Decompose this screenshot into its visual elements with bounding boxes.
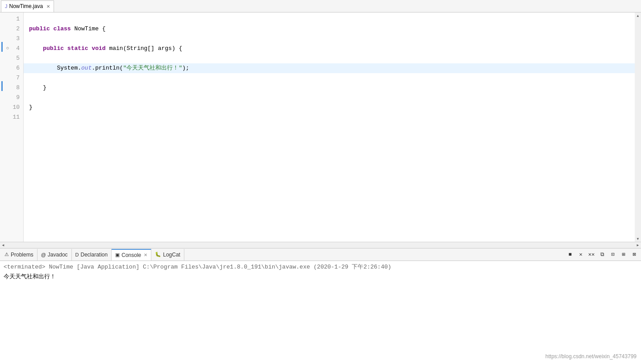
remove-all-button[interactable]: ✕✕	[587, 250, 596, 260]
scroll-left-arrow[interactable]: ◀	[0, 242, 6, 248]
line-number-9: 9	[4, 93, 23, 103]
declaration-tab-label: Declaration	[81, 252, 108, 258]
gutter-line-9	[0, 91, 4, 101]
javadoc-tab-label: Javadoc	[48, 252, 68, 258]
stop-button[interactable]: ■	[565, 250, 575, 260]
problems-tab-label: Problems	[11, 252, 33, 258]
console-tab-close[interactable]: ✕	[144, 252, 147, 257]
line-number-2: 2	[4, 24, 23, 34]
gutter-line-1	[0, 12, 4, 22]
gutter-line-4	[0, 42, 4, 52]
layout2-button[interactable]: ⊞	[619, 250, 629, 260]
editor-tab-bar: J NowTime.java ✕	[0, 0, 641, 12]
scroll-right-arrow[interactable]: ▶	[635, 242, 641, 248]
console-content: <terminated> NowTime [Java Application] …	[0, 261, 641, 364]
code-line-5	[24, 54, 635, 63]
scroll-down-arrow[interactable]: ▼	[635, 236, 641, 242]
console-output-line: 今天天气社和出行！	[4, 273, 637, 281]
bottom-toolbar: ■✕✕✕⧉⊡⊞⊠	[565, 250, 641, 260]
code-area[interactable]: public class NowTime { public static voi…	[24, 12, 635, 242]
bottom-tab-declaration[interactable]: DDeclaration	[72, 249, 112, 261]
line-number-7: 7	[4, 73, 23, 83]
gutter-line-5	[0, 52, 4, 62]
declaration-tab-icon: D	[75, 252, 79, 257]
console-tab-icon: ▣	[115, 252, 120, 258]
line-number-4: ⊖4	[4, 44, 23, 54]
bottom-tab-console[interactable]: ▣Console✕	[112, 249, 151, 261]
gutter-line-8	[0, 81, 4, 91]
gutter-line-7	[0, 71, 4, 81]
line-number-11: 11	[4, 112, 23, 122]
code-line-3	[24, 34, 635, 44]
bottom-tab-bar: ⚠Problems@JavadocDDeclaration▣Console✕🐛L…	[0, 248, 641, 261]
bottom-tab-problems[interactable]: ⚠Problems	[1, 249, 37, 261]
java-file-icon: J	[5, 4, 8, 9]
logcat-tab-label: LogCat	[163, 252, 180, 258]
code-line-6: System.out.println("今天天气社和出行！");	[24, 63, 635, 73]
left-gutter	[0, 12, 4, 242]
scroll-up-arrow[interactable]: ▲	[635, 12, 641, 19]
code-line-9	[24, 93, 635, 103]
code-line-2: public class NowTime {	[24, 24, 635, 34]
gutter-line-11	[0, 111, 4, 120]
line-number-6: 6	[4, 63, 23, 73]
line-number-1: 1	[4, 14, 23, 24]
code-line-8: }	[24, 83, 635, 93]
line-number-8: 8	[4, 83, 23, 93]
code-line-11	[24, 112, 635, 122]
bottom-panel: ⚠Problems@JavadocDDeclaration▣Console✕🐛L…	[0, 248, 641, 364]
line-number-10: 10	[4, 103, 23, 112]
bottom-tab-javadoc[interactable]: @Javadoc	[37, 249, 72, 261]
horizontal-scrollbar[interactable]: ◀ ▶	[0, 242, 641, 248]
line-number-3: 3	[4, 34, 23, 44]
layout3-button[interactable]: ⊠	[629, 250, 639, 260]
code-line-10: }	[24, 103, 635, 112]
editor-main: 123⊖4567891011 public class NowTime { pu…	[0, 12, 641, 242]
logcat-tab-icon: 🐛	[155, 252, 161, 257]
watermark: https://blog.csdn.net/weixin_45743799	[545, 353, 637, 360]
console-terminated-line: <terminated> NowTime [Java Application] …	[4, 263, 637, 271]
editor-tab-nowtime[interactable]: J NowTime.java ✕	[1, 0, 54, 12]
pin-button[interactable]: ⧉	[597, 250, 607, 260]
code-line-1	[24, 14, 635, 24]
bottom-tab-logcat[interactable]: 🐛LogCat	[151, 249, 184, 261]
editor-tab-close[interactable]: ✕	[46, 4, 50, 9]
layout1-button[interactable]: ⊡	[608, 250, 618, 260]
line-numbers: 123⊖4567891011	[4, 12, 24, 242]
gutter-line-10	[0, 101, 4, 111]
console-tab-label: Console	[121, 252, 141, 258]
gutter-line-3	[0, 32, 4, 42]
h-scroll-track[interactable]	[6, 242, 635, 248]
editor-tab-label: NowTime.java	[9, 3, 43, 9]
javadoc-tab-icon: @	[41, 252, 46, 257]
problems-tab-icon: ⚠	[4, 252, 9, 257]
gutter-line-2	[0, 22, 4, 32]
code-line-7	[24, 73, 635, 83]
remove-button[interactable]: ✕	[576, 250, 586, 260]
code-line-4: public static void main(String[] args) {	[24, 44, 635, 54]
vertical-scrollbar[interactable]: ▲ ▼	[635, 12, 641, 242]
line-number-5: 5	[4, 54, 23, 63]
gutter-line-6	[0, 62, 4, 71]
